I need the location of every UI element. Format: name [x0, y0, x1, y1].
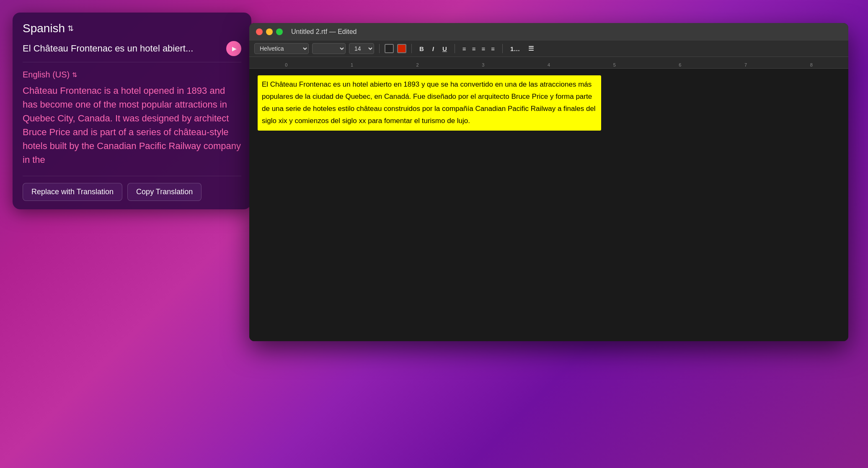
- toolbar-divider-1: [379, 44, 380, 53]
- align-justify-button[interactable]: ≡: [488, 44, 497, 53]
- title-bar: Untitled 2.rtf — Edited: [249, 23, 848, 41]
- align-left-button[interactable]: ≡: [460, 44, 469, 53]
- font-size-selector[interactable]: 14: [349, 43, 374, 54]
- underline-button[interactable]: U: [440, 44, 450, 53]
- replace-with-translation-button[interactable]: Replace with Translation: [23, 183, 122, 201]
- editor-window: Untitled 2.rtf — Edited Helvetica 14 B I…: [249, 23, 848, 341]
- action-buttons: Replace with Translation Copy Translatio…: [23, 176, 241, 201]
- italic-button[interactable]: I: [430, 44, 437, 53]
- minimize-button[interactable]: [266, 28, 273, 35]
- bold-text: Château Frontenac: [270, 80, 331, 88]
- list-button[interactable]: ☰: [526, 44, 536, 53]
- translation-text: Château Frontenac is a hotel opened in 1…: [23, 84, 241, 167]
- target-lang-chevron-icon: ⇅: [72, 71, 78, 79]
- ruler: 0 1 2 3 4 5 6 7 8: [249, 57, 848, 69]
- ruler-mark-4: 4: [516, 62, 582, 68]
- editor-content[interactable]: El Château Frontenac es un hotel abierto…: [249, 69, 848, 341]
- align-right-button[interactable]: ≡: [479, 44, 488, 53]
- font-family-selector[interactable]: Helvetica: [254, 43, 309, 54]
- translation-panel: Spanish ⇅ El Château Frontenac es un hot…: [13, 13, 251, 209]
- source-text-row: El Château Frontenac es un hotel abiert.…: [23, 41, 241, 62]
- highlighted-paragraph: El Château Frontenac es un hotel abierto…: [258, 75, 601, 131]
- ruler-mark-6: 6: [647, 62, 713, 68]
- close-button[interactable]: [256, 28, 263, 35]
- toolbar-divider-4: [502, 44, 503, 53]
- ruler-marks: 0 1 2 3 4 5 6 7 8: [253, 62, 844, 68]
- ruler-mark-2: 2: [385, 62, 450, 68]
- toolbar: Helvetica 14 B I U ≡ ≡ ≡ ≡ 1… ☰: [249, 41, 848, 57]
- play-button[interactable]: [226, 41, 241, 56]
- traffic-lights: [256, 28, 283, 35]
- target-language-selector[interactable]: English (US) ⇅: [23, 70, 241, 80]
- alignment-buttons: ≡ ≡ ≡ ≡: [460, 44, 497, 53]
- maximize-button[interactable]: [276, 28, 283, 35]
- ruler-mark-7: 7: [713, 62, 779, 68]
- ruler-mark-3: 3: [450, 62, 516, 68]
- target-lang-label: English (US): [23, 70, 70, 80]
- toolbar-divider-3: [455, 44, 455, 53]
- ruler-mark-8: 8: [778, 62, 844, 68]
- source-text: El Château Frontenac es un hotel abiert.…: [23, 43, 222, 54]
- window-title: Untitled 2.rtf — Edited: [291, 28, 357, 36]
- ruler-mark-0: 0: [253, 62, 319, 68]
- toolbar-divider-2: [411, 44, 412, 53]
- source-lang-label: Spanish: [23, 22, 65, 35]
- highlight-color-button[interactable]: [397, 44, 406, 53]
- copy-translation-button[interactable]: Copy Translation: [127, 183, 202, 201]
- text-color-button[interactable]: [385, 44, 394, 53]
- text-prefix: El: [262, 80, 270, 88]
- ruler-mark-5: 5: [581, 62, 647, 68]
- font-style-selector[interactable]: [312, 43, 346, 54]
- line-spacing-button[interactable]: 1…: [508, 44, 522, 53]
- source-language-selector[interactable]: Spanish ⇅: [23, 22, 241, 35]
- align-center-button[interactable]: ≡: [470, 44, 478, 53]
- bold-button[interactable]: B: [417, 44, 426, 53]
- ruler-mark-1: 1: [319, 62, 385, 68]
- source-lang-chevron-icon: ⇅: [67, 24, 74, 33]
